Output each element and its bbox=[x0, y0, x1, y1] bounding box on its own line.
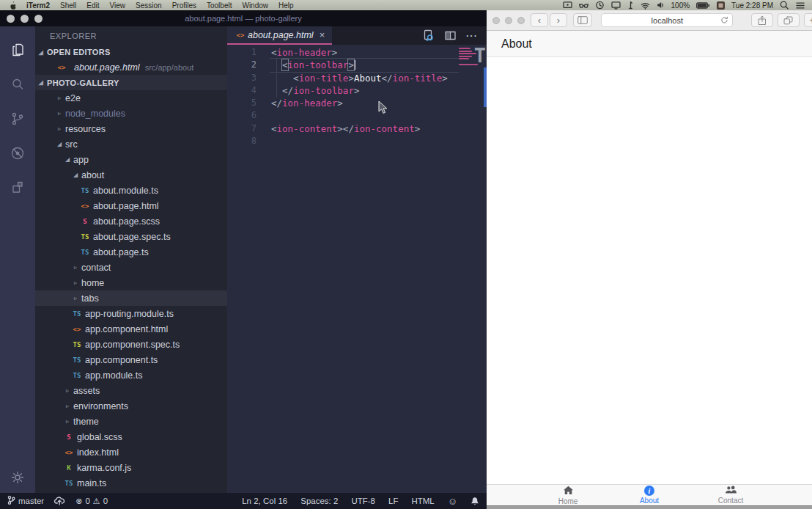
close-window-button[interactable] bbox=[492, 17, 500, 24]
open-editors-section-header[interactable]: ◢ OPEN EDITORS bbox=[35, 45, 227, 59]
clipboard-app-icon[interactable] bbox=[717, 1, 725, 10]
menu-item-view[interactable]: View bbox=[105, 1, 131, 10]
menu-item-session[interactable]: Session bbox=[130, 1, 167, 10]
publish-changes-button[interactable] bbox=[54, 496, 65, 507]
tree-item-about-page-spec-ts[interactable]: TSabout.page.spec.ts bbox=[35, 229, 227, 244]
tree-item-src[interactable]: ◢src bbox=[35, 136, 227, 152]
tree-item-node-modules[interactable]: ▹node_modules bbox=[35, 106, 227, 121]
apple-menu-icon[interactable] bbox=[4, 1, 21, 10]
tree-item-home[interactable]: ▹home bbox=[35, 275, 227, 290]
status-item-cursor-position[interactable]: Ln 2, Col 16 bbox=[242, 497, 287, 505]
menu-item-toolbelt[interactable]: Toolbelt bbox=[202, 1, 237, 10]
glasses-icon[interactable] bbox=[579, 1, 588, 10]
tree-item-about[interactable]: ◢about bbox=[35, 167, 227, 183]
new-tab-button[interactable]: + bbox=[804, 13, 812, 27]
app-tab-about[interactable]: iAbout bbox=[613, 485, 686, 505]
share-button[interactable] bbox=[751, 13, 773, 27]
notification-center-icon[interactable] bbox=[796, 1, 805, 10]
project-section-header[interactable]: ◢ PHOTO-GALLERY bbox=[35, 75, 227, 90]
tree-item-app-module-ts[interactable]: TSapp.module.ts bbox=[35, 367, 227, 383]
tree-item-about-module-ts[interactable]: TSabout.module.ts bbox=[35, 183, 227, 198]
menu-item-window[interactable]: Window bbox=[237, 1, 273, 10]
debug-icon[interactable] bbox=[0, 136, 35, 170]
tree-item-tabs[interactable]: ▹tabs bbox=[35, 290, 227, 306]
tree-item-about-page-scss[interactable]: Sabout.page.scss bbox=[35, 213, 227, 229]
tree-item-contact[interactable]: ▹contact bbox=[35, 260, 227, 275]
chevron-expanded-icon: ◢ bbox=[53, 141, 65, 147]
volume-icon[interactable] bbox=[657, 1, 665, 10]
feedback-smiley-icon[interactable]: ☺ bbox=[448, 496, 457, 507]
tree-item-app-component-html[interactable]: <>app.component.html bbox=[35, 321, 227, 337]
find-in-file-icon[interactable] bbox=[422, 29, 435, 42]
html-file-icon: <> bbox=[235, 32, 246, 39]
display-mirroring-icon[interactable] bbox=[611, 1, 621, 10]
warning-count: 0 bbox=[103, 497, 108, 505]
tree-item-resources[interactable]: ▹resources bbox=[35, 121, 227, 136]
app-tab-home[interactable]: Home bbox=[531, 485, 605, 505]
line-number: 5 bbox=[227, 97, 271, 109]
zoom-window-button[interactable] bbox=[34, 15, 43, 23]
status-item-encoding[interactable]: UTF-8 bbox=[351, 497, 375, 505]
menu-bar-text[interactable]: 100% bbox=[671, 1, 690, 10]
extensions-icon[interactable] bbox=[0, 170, 35, 205]
screen-share-icon[interactable] bbox=[563, 1, 572, 10]
reload-icon[interactable] bbox=[720, 16, 728, 26]
status-item-indentation[interactable]: Spaces: 2 bbox=[300, 497, 338, 505]
tree-item-about-page-html[interactable]: <>about.page.html bbox=[35, 198, 227, 213]
menu-item-profiles[interactable]: Profiles bbox=[167, 1, 202, 10]
tree-item-app-component-spec-ts[interactable]: TSapp.component.spec.ts bbox=[35, 337, 227, 352]
battery-icon[interactable] bbox=[696, 1, 710, 10]
minimap[interactable] bbox=[459, 48, 479, 69]
minimize-window-button[interactable] bbox=[21, 15, 29, 23]
clock-icon[interactable] bbox=[595, 1, 605, 10]
tree-item-app-routing-module-ts[interactable]: TSapp-routing.module.ts bbox=[35, 306, 227, 321]
open-editor-file-path: src/app/about bbox=[145, 63, 194, 72]
search-icon[interactable] bbox=[0, 67, 35, 101]
tree-item-e2e[interactable]: ▹e2e bbox=[35, 90, 227, 106]
tab-about-page-html[interactable]: <> about.page.html × bbox=[227, 26, 332, 45]
cloud-upload-icon bbox=[54, 496, 65, 507]
forward-button[interactable]: › bbox=[550, 13, 567, 27]
zoom-window-button[interactable] bbox=[517, 17, 525, 24]
menu-bar-text[interactable]: Tue 2:28 PM bbox=[731, 1, 773, 10]
tree-item-theme[interactable]: ▹theme bbox=[35, 414, 227, 429]
menu-item-shell[interactable]: Shell bbox=[55, 1, 81, 10]
settings-gear-icon[interactable] bbox=[0, 469, 35, 486]
tree-item-global-scss[interactable]: Sglobal.scss bbox=[35, 429, 227, 444]
tree-item-assets[interactable]: ▹assets bbox=[35, 383, 227, 398]
tree-item-index-html[interactable]: <>index.html bbox=[35, 444, 227, 460]
editor-tab-bar: <> about.page.html × ··· bbox=[227, 26, 487, 45]
dongle-icon[interactable] bbox=[627, 1, 634, 10]
tab-overview-button[interactable] bbox=[778, 13, 800, 27]
close-tab-icon[interactable]: × bbox=[320, 30, 325, 40]
sidebar-toggle-button[interactable] bbox=[573, 13, 592, 27]
status-item-eol[interactable]: LF bbox=[388, 497, 398, 505]
code-editor[interactable]: 1<ion-header>2 <ion-toolbar>3 <ion-title… bbox=[227, 45, 487, 493]
tree-item-environments[interactable]: ▹environments bbox=[35, 398, 227, 414]
tree-item-main-ts[interactable]: TSmain.ts bbox=[35, 475, 227, 491]
source-control-icon[interactable] bbox=[0, 101, 35, 136]
git-branch-indicator[interactable]: master bbox=[7, 495, 44, 507]
split-editor-icon[interactable] bbox=[444, 29, 457, 42]
address-bar[interactable]: localhost bbox=[601, 13, 733, 27]
app-tab-contact[interactable]: Contact bbox=[694, 485, 767, 505]
tree-item-karma-conf-js[interactable]: Kkarma.conf.js bbox=[35, 460, 227, 475]
minimize-window-button[interactable] bbox=[505, 17, 512, 24]
status-item-language[interactable]: HTML bbox=[411, 497, 434, 505]
tree-item-app[interactable]: ◢app bbox=[35, 152, 227, 167]
close-window-button[interactable] bbox=[7, 15, 15, 23]
tree-item-app-component-ts[interactable]: TSapp.component.ts bbox=[35, 352, 227, 367]
menu-item-help[interactable]: Help bbox=[273, 1, 299, 10]
notifications-bell-icon[interactable] bbox=[470, 497, 479, 506]
more-actions-icon[interactable]: ··· bbox=[466, 30, 478, 41]
files-icon[interactable] bbox=[0, 32, 35, 67]
menu-item-iterm2[interactable]: iTerm2 bbox=[21, 1, 55, 10]
open-editor-item[interactable]: <> about.page.html src/app/about bbox=[35, 59, 227, 75]
problems-indicator[interactable]: ⊗ 0 ⚠ 0 bbox=[75, 497, 108, 506]
back-button[interactable]: ‹ bbox=[531, 13, 548, 27]
wifi-icon[interactable] bbox=[641, 1, 650, 10]
vscode-title-bar[interactable]: about.page.html — photo-gallery bbox=[0, 10, 487, 26]
menu-item-edit[interactable]: Edit bbox=[81, 1, 104, 10]
tree-item-about-page-ts[interactable]: TSabout.page.ts bbox=[35, 244, 227, 260]
spotlight-icon[interactable] bbox=[780, 1, 789, 10]
